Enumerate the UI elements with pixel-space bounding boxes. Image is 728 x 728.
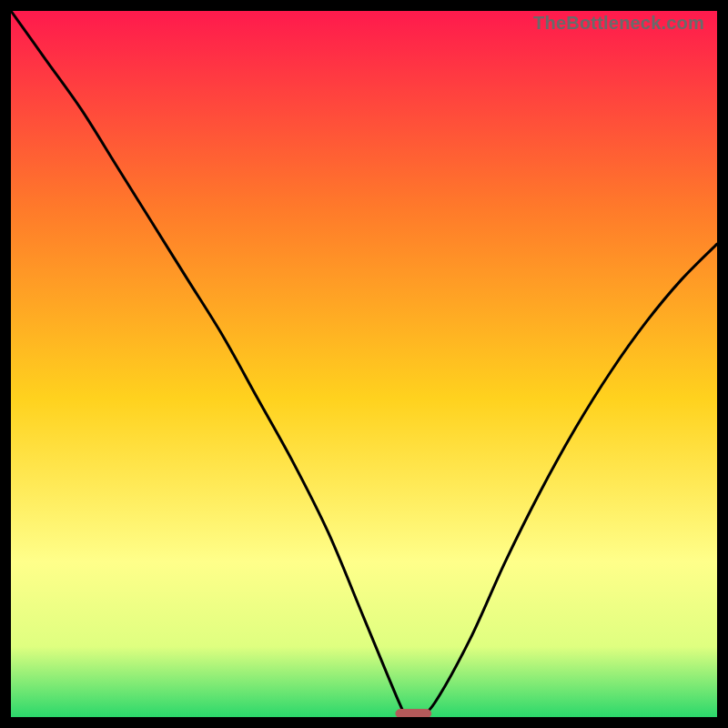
gradient-fill (11, 11, 717, 717)
bottleneck-chart (11, 11, 717, 717)
watermark-text: TheBottleneck.com (533, 13, 704, 34)
optimal-marker (396, 709, 431, 717)
chart-frame: TheBottleneck.com (11, 11, 717, 717)
